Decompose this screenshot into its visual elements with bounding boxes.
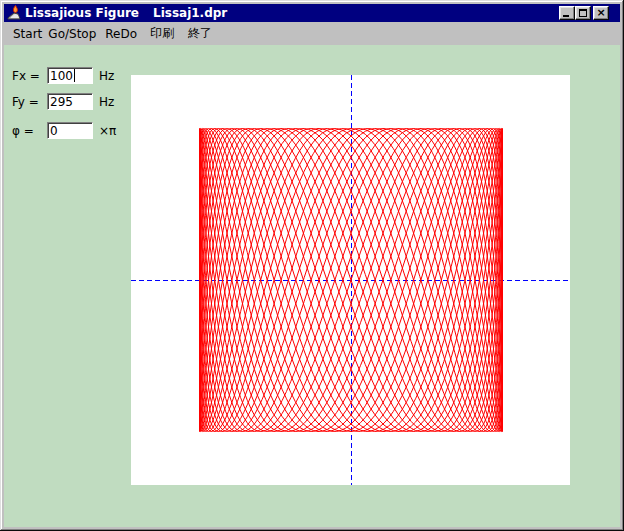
client-area: Fx = Hz Fy = Hz φ = ×π	[4, 45, 620, 527]
menu-item-exit[interactable]: 終了	[185, 23, 215, 44]
titlebar[interactable]: Lissajious Figure Lissaj1.dpr ×	[4, 4, 620, 22]
fx-label: Fx =	[12, 69, 47, 83]
window-title-filename: Lissaj1.dpr	[153, 6, 227, 20]
fx-input[interactable]	[47, 67, 93, 84]
menubar: Start Go/Stop ReDo 印刷 終了	[4, 22, 620, 45]
menu-item-start[interactable]: Start	[10, 25, 45, 43]
maximize-button[interactable]	[575, 6, 591, 20]
window-title: Lissajious Figure	[25, 6, 139, 20]
phase-unit-label: ×π	[99, 124, 116, 138]
close-icon: ×	[596, 8, 605, 18]
minimize-button[interactable]	[559, 6, 575, 20]
maximize-icon	[579, 9, 587, 17]
close-button[interactable]: ×	[593, 6, 609, 20]
menu-item-redo[interactable]: ReDo	[102, 25, 140, 43]
text-caret	[74, 69, 75, 82]
phase-field-row: φ = ×π	[12, 122, 116, 139]
phase-label: φ =	[12, 124, 47, 138]
fy-unit-label: Hz	[99, 95, 114, 109]
lissajous-plot	[131, 75, 570, 485]
menu-item-print[interactable]: 印刷	[147, 23, 177, 44]
phase-input[interactable]	[47, 122, 93, 139]
fy-label: Fy =	[12, 95, 47, 109]
minimize-icon	[563, 15, 569, 17]
window-controls: ×	[559, 6, 609, 20]
fx-field-row: Fx = Hz	[12, 67, 114, 84]
plot-area	[131, 75, 570, 485]
menu-item-go-stop[interactable]: Go/Stop	[45, 25, 99, 43]
app-window: Lissajious Figure Lissaj1.dpr × Start Go…	[0, 0, 624, 531]
app-icon[interactable]	[6, 5, 22, 21]
fy-input[interactable]	[47, 93, 93, 110]
fx-unit-label: Hz	[99, 69, 114, 83]
fy-field-row: Fy = Hz	[12, 93, 114, 110]
